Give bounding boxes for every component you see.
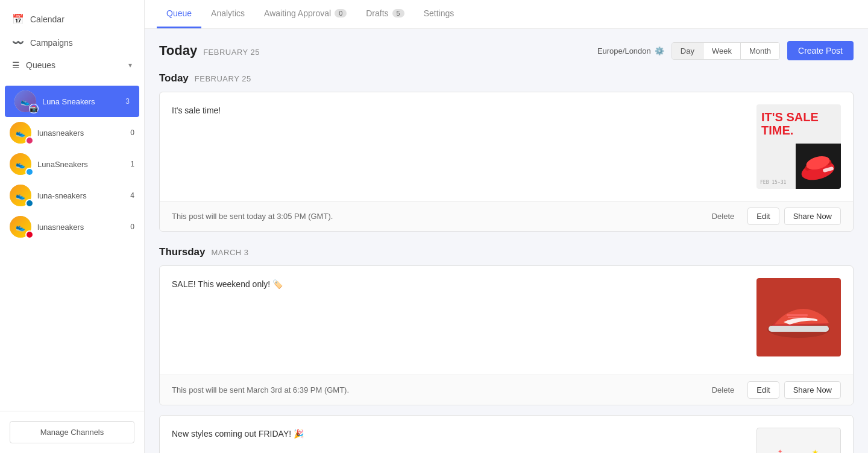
- active-channel-count: 3: [118, 97, 130, 106]
- post-image-1: IT'S SALE TIME.: [756, 104, 841, 189]
- edit-button-1[interactable]: Edit: [747, 207, 779, 225]
- thursday-section: Thursday MARCH 3 SALE! This weekend only…: [159, 246, 854, 453]
- sidebar-footer: Manage Channels: [0, 411, 144, 453]
- delete-button-2[interactable]: Delete: [703, 382, 743, 398]
- avatar-luna-sneakers: 👟 📷: [14, 90, 36, 112]
- today-title: Today: [159, 72, 189, 84]
- post-image-3: ★ ✦ ✦: [756, 428, 841, 453]
- avatar-luna-sneakers-li: 👟: [10, 185, 31, 206]
- tab-analytics[interactable]: Analytics: [201, 0, 254, 28]
- svg-text:★: ★: [812, 448, 819, 453]
- pinterest-badge: [25, 230, 34, 239]
- gear-icon: ⚙️: [655, 46, 664, 55]
- svg-text:✦: ✦: [778, 448, 782, 453]
- channel-item-active[interactable]: 👟 📷 Luna Sneakers 3: [5, 86, 139, 117]
- post-footer-1: This post will be sent today at 3:05 PM …: [160, 201, 853, 231]
- main-content: Queue Analytics Awaiting Approval 0 Draf…: [145, 0, 868, 453]
- toolbar: Today FEBRUARY 25 Europe/London ⚙️ Day W…: [159, 41, 854, 60]
- twitter-badge: [25, 168, 34, 176]
- thursday-title: Thursday: [159, 246, 206, 258]
- channel-count-lunasneakers-ig: 0: [122, 128, 134, 137]
- post-card-1: It's sale time! IT'S SALE TIME.: [159, 92, 854, 232]
- queues-icon: ☰: [12, 60, 20, 70]
- post-card-2: SALE! This weekend only! 🏷️: [159, 265, 854, 405]
- share-now-button-1[interactable]: Share Now: [784, 207, 841, 225]
- thursday-date: MARCH 3: [212, 248, 249, 257]
- tab-drafts-label: Drafts: [366, 8, 388, 18]
- tab-awaiting-label: Awaiting Approval: [264, 8, 331, 18]
- tab-queue-label: Queue: [166, 8, 192, 18]
- post-footer-text-1: This post will be sent today at 3:05 PM …: [172, 212, 333, 221]
- today-date: FEBRUARY 25: [195, 74, 251, 83]
- content-area: Today FEBRUARY 25 Europe/London ⚙️ Day W…: [145, 29, 868, 453]
- timezone-label: Europe/London: [597, 46, 651, 55]
- channel-name-lunasneakers-pi: lunasneakers: [37, 223, 116, 232]
- create-post-button[interactable]: Create Post: [787, 41, 854, 60]
- sidebar-item-calendar-label: Calendar: [30, 14, 64, 24]
- delete-button-1[interactable]: Delete: [703, 208, 743, 224]
- queues-label: Queues: [26, 60, 55, 70]
- linkedin-badge: [25, 199, 34, 207]
- sidebar: 📅 Calendar 〰️ Campaigns ☰ Queues ▾ 👟 📷: [0, 0, 145, 453]
- avatar-lunasneakers-tw: 👟: [10, 153, 31, 175]
- post-text-1: It's sale time!: [172, 104, 747, 117]
- sidebar-nav: 📅 Calendar 〰️ Campaigns ☰ Queues ▾: [0, 0, 144, 83]
- channel-name-lunasneakers-ig: lunasneakers: [37, 128, 116, 138]
- svg-rect-5: [769, 326, 829, 332]
- awaiting-badge: 0: [335, 9, 347, 17]
- post-footer-2: This post will be sent March 3rd at 6:39…: [160, 375, 853, 405]
- tab-queue[interactable]: Queue: [157, 0, 201, 28]
- timezone-selector[interactable]: Europe/London ⚙️: [597, 46, 664, 55]
- channel-name-lunasneakers-tw: LunaSneakers: [37, 160, 116, 169]
- view-switcher: Day Week Month: [671, 42, 780, 60]
- channel-item-lunasneakers-ig[interactable]: 👟 lunasneakers 0: [0, 117, 144, 148]
- today-section: Today FEBRUARY 25 It's sale time! IT'S S…: [159, 72, 854, 232]
- edit-button-2[interactable]: Edit: [747, 381, 779, 399]
- channel-item-lunasneakers-tw[interactable]: 👟 LunaSneakers 1: [0, 148, 144, 180]
- toolbar-title: Today: [159, 43, 197, 59]
- svg-rect-7: [788, 317, 807, 318]
- tab-analytics-label: Analytics: [211, 8, 245, 18]
- avatar-lunasneakers-ig: 👟: [10, 122, 31, 144]
- instagram-badge: [25, 136, 34, 145]
- channel-count-lunasneakers-tw: 1: [122, 160, 134, 168]
- sidebar-queues-header[interactable]: ☰ Queues ▾: [0, 54, 144, 76]
- post-actions-2: Delete Edit Share Now: [703, 381, 841, 399]
- manage-channels-button[interactable]: Manage Channels: [10, 421, 134, 443]
- post-card-3: New styles coming out FRIDAY! 🎉: [159, 415, 854, 453]
- channel-list: 👟 📷 Luna Sneakers 3 👟 lunasneakers 0 👟: [0, 83, 144, 245]
- tabs-bar: Queue Analytics Awaiting Approval 0 Draf…: [145, 0, 868, 29]
- tab-settings[interactable]: Settings: [414, 0, 464, 28]
- view-week-button[interactable]: Week: [703, 43, 741, 59]
- sidebar-item-calendar[interactable]: 📅 Calendar: [0, 7, 144, 31]
- calendar-icon: 📅: [12, 13, 24, 25]
- active-channel-name: Luna Sneakers: [42, 97, 112, 106]
- share-now-button-2[interactable]: Share Now: [784, 381, 841, 399]
- channel-item-luna-sneakers-li[interactable]: 👟 luna-sneakers 4: [0, 180, 144, 211]
- sidebar-item-campaigns[interactable]: 〰️ Campaigns: [0, 31, 144, 54]
- channel-count-luna-sneakers-li: 4: [122, 191, 134, 200]
- post-text-2: SALE! This weekend only! 🏷️: [172, 278, 747, 291]
- channel-item-lunasneakers-pi[interactable]: 👟 lunasneakers 0: [0, 211, 144, 242]
- campaigns-icon: 〰️: [12, 37, 24, 48]
- chevron-down-icon: ▾: [128, 61, 132, 69]
- post-footer-text-2: This post will be sent March 3rd at 6:39…: [172, 385, 349, 394]
- post-actions-1: Delete Edit Share Now: [703, 207, 841, 225]
- channel-count-lunasneakers-pi: 0: [122, 223, 134, 231]
- post-image-2: [756, 278, 841, 363]
- channel-name-luna-sneakers-li: luna-sneakers: [37, 191, 116, 200]
- tab-settings-label: Settings: [424, 8, 454, 18]
- sidebar-item-campaigns-label: Campaigns: [30, 38, 73, 48]
- tab-drafts[interactable]: Drafts 5: [356, 0, 414, 28]
- view-day-button[interactable]: Day: [672, 43, 703, 59]
- post-text-3: New styles coming out FRIDAY! 🎉: [172, 428, 747, 440]
- toolbar-date: FEBRUARY 25: [203, 48, 260, 57]
- drafts-badge: 5: [392, 9, 404, 17]
- instagram-badge-active: 📷: [30, 104, 38, 113]
- view-month-button[interactable]: Month: [741, 43, 779, 59]
- tab-awaiting[interactable]: Awaiting Approval 0: [254, 0, 356, 28]
- svg-rect-6: [787, 314, 808, 316]
- avatar-lunasneakers-pi: 👟: [10, 216, 31, 238]
